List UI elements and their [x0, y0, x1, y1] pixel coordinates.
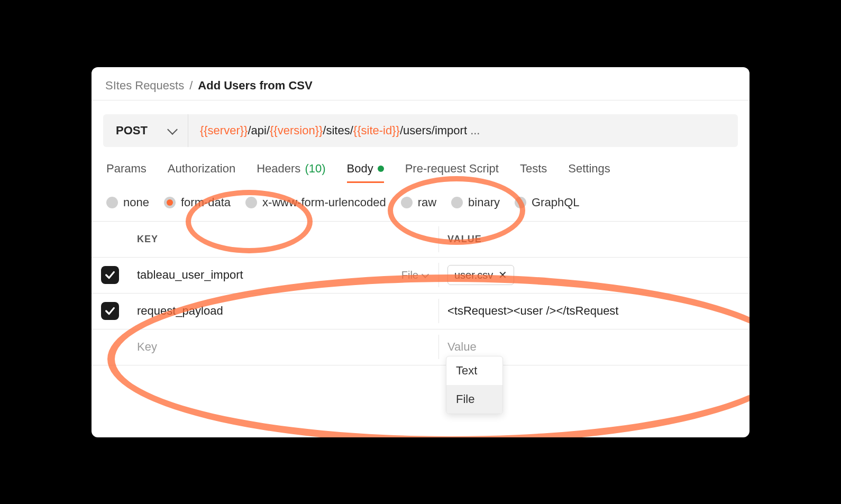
breadcrumb-separator: /	[189, 79, 193, 93]
method-selector[interactable]: POST	[103, 114, 188, 147]
row-checkbox[interactable]	[101, 266, 119, 284]
dropdown-item-file[interactable]: File	[446, 385, 502, 414]
url-input[interactable]: {{server}}/api/{{version}}/sites/{{site-…	[188, 124, 492, 138]
table-header-row: KEY VALUE	[92, 222, 749, 258]
table-row: request_payload <tsRequest><user /></tsR…	[92, 294, 749, 329]
key-type-label: File	[401, 269, 418, 281]
form-data-table: KEY VALUE tableau_user_import File user.…	[92, 221, 749, 365]
radio-dot-icon	[451, 197, 463, 208]
tab-headers[interactable]: Headers (10)	[257, 162, 325, 182]
radio-graphql-label: GraphQL	[532, 196, 580, 209]
file-chip-name: user.csv	[454, 269, 493, 281]
value-input-placeholder[interactable]: Value	[447, 340, 477, 354]
radio-form-data-label: form-data	[181, 196, 231, 209]
close-icon[interactable]: ✕	[498, 269, 507, 281]
url-var-siteid: {{site-id}}	[353, 124, 400, 137]
key-type-selector[interactable]: File	[401, 269, 428, 281]
url-var-version: {{version}}	[270, 124, 323, 137]
value-input[interactable]: <tsRequest><user /></tsRequest	[447, 304, 618, 318]
chevron-down-icon	[167, 124, 178, 135]
breadcrumb: SItes Requests / Add Users from CSV	[92, 67, 749, 100]
tab-authorization[interactable]: Authorization	[168, 162, 235, 182]
file-chip[interactable]: user.csv ✕	[447, 265, 514, 285]
dropdown-item-text[interactable]: Text	[446, 356, 502, 385]
header-value: VALUE	[439, 226, 749, 252]
tab-params[interactable]: Params	[106, 162, 147, 182]
radio-none-label: none	[123, 196, 149, 209]
check-icon	[104, 269, 116, 281]
radio-dot-icon	[515, 197, 526, 208]
key-type-dropdown: Text File	[446, 356, 503, 414]
radio-binary-label: binary	[468, 196, 500, 209]
header-key: KEY	[129, 226, 439, 252]
radio-graphql[interactable]: GraphQL	[515, 196, 580, 209]
breadcrumb-parent[interactable]: SItes Requests	[105, 79, 184, 93]
radio-urlencoded[interactable]: x-www-form-urlencoded	[245, 196, 386, 209]
url-ellipsis: ...	[467, 124, 480, 137]
method-label: POST	[116, 124, 148, 138]
table-row-new: Key Value	[92, 329, 749, 365]
radio-dot-icon	[401, 197, 413, 208]
radio-raw-label: raw	[418, 196, 436, 209]
check-icon	[104, 305, 116, 317]
key-input[interactable]: request_payload	[137, 304, 223, 318]
tab-body-label: Body	[347, 162, 373, 176]
row-checkbox[interactable]	[101, 302, 119, 320]
tab-tests[interactable]: Tests	[520, 162, 547, 182]
tab-prerequest[interactable]: Pre-request Script	[405, 162, 499, 182]
body-indicator-dot-icon	[378, 166, 384, 172]
radio-binary[interactable]: binary	[451, 196, 500, 209]
url-var-server: {{server}}	[200, 124, 248, 137]
url-bar: POST {{server}}/api/{{version}}/sites/{{…	[103, 114, 738, 147]
key-input-placeholder[interactable]: Key	[137, 340, 157, 354]
radio-none[interactable]: none	[106, 196, 149, 209]
body-type-radios: none form-data x-www-form-urlencoded raw…	[92, 182, 749, 221]
request-tabs: Params Authorization Headers (10) Body P…	[92, 147, 749, 182]
key-input[interactable]: tableau_user_import	[137, 268, 243, 282]
radio-raw[interactable]: raw	[401, 196, 436, 209]
chevron-down-icon	[422, 270, 429, 278]
breadcrumb-current: Add Users from CSV	[198, 79, 312, 93]
tab-body[interactable]: Body	[347, 162, 384, 182]
radio-urlencoded-label: x-www-form-urlencoded	[262, 196, 386, 209]
url-seg-2: /sites/	[323, 124, 353, 137]
radio-dot-icon	[106, 197, 118, 208]
radio-dot-icon	[245, 197, 257, 208]
tab-headers-label: Headers	[257, 162, 300, 176]
table-row: tableau_user_import File user.csv ✕	[92, 258, 749, 294]
url-seg-1: /api/	[248, 124, 270, 137]
radio-form-data[interactable]: form-data	[164, 196, 231, 209]
postman-request-panel: SItes Requests / Add Users from CSV POST…	[92, 67, 749, 437]
radio-dot-icon	[164, 197, 176, 208]
url-seg-3: /users/import	[400, 124, 467, 137]
tab-headers-count: (10)	[305, 162, 325, 176]
tab-settings[interactable]: Settings	[568, 162, 610, 182]
